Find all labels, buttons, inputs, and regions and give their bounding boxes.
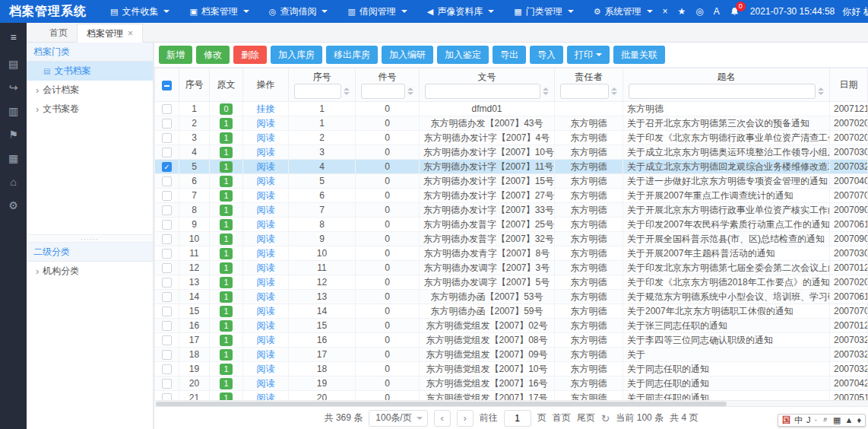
- row-checkbox[interactable]: [162, 292, 172, 302]
- row-checkbox[interactable]: [162, 119, 172, 129]
- ime-icon[interactable]: 〃: [821, 416, 829, 424]
- row-checkbox[interactable]: [162, 364, 172, 374]
- table-row[interactable]: 61阅读50东方明德办发计字【2007】15号东方明德关于进一步做好北京东方明德…: [155, 174, 868, 189]
- table-row[interactable]: 141阅读130东方明德办函【2007】53号东方明德关于规范东方明德系统中小型…: [155, 290, 868, 304]
- filter-input-piece[interactable]: [361, 84, 405, 99]
- row-checkbox[interactable]: [162, 191, 172, 201]
- nav-menu[interactable]: ◎查询借阅: [259, 0, 338, 23]
- select-all-checkbox[interactable]: [162, 81, 172, 91]
- sort-toggle[interactable]: [818, 87, 824, 95]
- action-link[interactable]: 阅读: [257, 378, 275, 389]
- fullscreen-icon[interactable]: ×: [663, 6, 668, 17]
- tree-item[interactable]: ›文书案卷: [27, 100, 153, 119]
- action-link[interactable]: 阅读: [257, 132, 275, 143]
- action-link[interactable]: 阅读: [257, 277, 275, 288]
- filter-input-owner[interactable]: [560, 84, 609, 99]
- action-link[interactable]: 阅读: [257, 335, 275, 345]
- action-link[interactable]: 阅读: [257, 190, 275, 201]
- row-checkbox[interactable]: [162, 350, 172, 360]
- action-link[interactable]: 阅读: [257, 392, 275, 401]
- table-row[interactable]: 31阅读20东方明德办发计字【2007】4号东方明德关于印发《北京东方明德行政事…: [155, 131, 868, 145]
- last-page-link[interactable]: 尾页: [577, 412, 595, 424]
- scrollbar-thumb[interactable]: [156, 402, 727, 406]
- ime-icon[interactable]: ▲: [844, 416, 853, 424]
- help-icon[interactable]: ◎: [695, 6, 703, 17]
- ime-icon[interactable]: 国: [782, 416, 790, 424]
- action-link[interactable]: 阅读: [257, 291, 275, 302]
- toolbar-button[interactable]: 导入: [530, 46, 563, 64]
- row-checkbox[interactable]: [162, 148, 172, 157]
- tab-home[interactable]: 首页: [40, 23, 77, 42]
- toolbar-button[interactable]: 加入鉴定: [437, 46, 489, 64]
- table-row[interactable]: 201阅读190东方明德党组发【2007】16号东方明德关于同志任职的通知200…: [155, 377, 868, 391]
- action-link[interactable]: 阅读: [257, 349, 275, 360]
- toolbar-button[interactable]: 移出库房: [326, 46, 378, 64]
- action-link[interactable]: 阅读: [257, 176, 275, 186]
- table-row[interactable]: 111阅读100东方明德办发青字【2007】8号东方明德关于开展2007年主题科…: [155, 246, 868, 261]
- nav-menu[interactable]: ⚙系统管理: [584, 0, 663, 23]
- table-row[interactable]: 121阅读110东方明德办发调字【2007】3号东方明德关于印发北京东方明德第七…: [155, 261, 868, 275]
- bookmark-icon[interactable]: ⚑: [5, 126, 23, 143]
- filter-input-no[interactable]: [294, 84, 341, 99]
- bank-icon[interactable]: ⌂: [5, 173, 23, 190]
- action-link[interactable]: 阅读: [257, 320, 275, 331]
- nav-menu[interactable]: ▥借阅管理: [337, 0, 417, 23]
- table-row[interactable]: 101阅读90东方明德办发普字【2007】32号东方明德关于开展全国科普示范县(…: [155, 232, 868, 246]
- gear-icon[interactable]: ⚙: [5, 197, 23, 214]
- action-link[interactable]: 阅读: [257, 234, 275, 244]
- prev-page-button[interactable]: ‹: [434, 410, 451, 427]
- ime-toolbar[interactable]: 国中J·〃▦▲♦: [778, 414, 866, 427]
- toolbar-button[interactable]: 加入编研: [382, 46, 433, 64]
- action-link[interactable]: 阅读: [257, 161, 275, 172]
- action-link[interactable]: 阅读: [257, 118, 275, 129]
- tree-item[interactable]: ›机构分类: [27, 262, 153, 281]
- table-row[interactable]: 10挂接10dfmd01东方明德2007121: [155, 102, 868, 116]
- row-checkbox[interactable]: [162, 133, 172, 143]
- tree-item[interactable]: ›会计档案: [27, 81, 153, 100]
- close-icon[interactable]: ×: [128, 24, 133, 43]
- table-row[interactable]: 21阅读10东方明德办发【2007】43号东方明德关于召开北京东方明德第三次会议…: [155, 116, 868, 131]
- bell-icon[interactable]: 0: [730, 7, 740, 17]
- sort-toggle[interactable]: [344, 87, 350, 95]
- table-row[interactable]: 191阅读180东方明德党组发【2007】10号东方明德关于同志任职的通知200…: [155, 362, 868, 377]
- row-checkbox[interactable]: [162, 393, 172, 400]
- row-checkbox[interactable]: [162, 205, 172, 215]
- row-checkbox[interactable]: ✓: [162, 162, 172, 172]
- book-icon[interactable]: ▥: [5, 103, 23, 119]
- file-icon[interactable]: ▤: [5, 56, 23, 72]
- next-page-button[interactable]: ›: [457, 410, 474, 427]
- row-checkbox[interactable]: [162, 104, 172, 114]
- sort-toggle[interactable]: [543, 87, 549, 95]
- action-link[interactable]: 阅读: [257, 147, 275, 157]
- splitter-handle[interactable]: ······: [27, 234, 153, 243]
- nav-menu[interactable]: ▦门类管理: [504, 0, 583, 23]
- table-row[interactable]: ✓51阅读40东方明德办发计字【2007】11号东方明德关于成立北京东方明德回龙…: [155, 160, 868, 174]
- row-checkbox[interactable]: [162, 335, 172, 345]
- sort-toggle[interactable]: [611, 87, 617, 95]
- font-size-icon[interactable]: A: [714, 6, 720, 17]
- action-link[interactable]: 阅读: [257, 364, 275, 374]
- action-link[interactable]: 挂接: [257, 103, 275, 114]
- nav-menu[interactable]: ◀声像资料库: [417, 0, 504, 23]
- action-link[interactable]: 阅读: [257, 306, 275, 316]
- row-checkbox[interactable]: [162, 249, 172, 259]
- export-icon[interactable]: ↪: [5, 79, 23, 96]
- toolbar-button[interactable]: 新增: [159, 46, 192, 64]
- action-link[interactable]: 阅读: [257, 262, 275, 273]
- table-row[interactable]: 131阅读120东方明德办发调字【2007】5号东方明德关于印发《北京东方明德2…: [155, 275, 868, 290]
- action-link[interactable]: 阅读: [257, 248, 275, 259]
- ime-icon[interactable]: 中: [794, 416, 803, 424]
- row-checkbox[interactable]: [162, 176, 172, 186]
- toolbar-button[interactable]: 删除: [233, 46, 267, 64]
- row-checkbox[interactable]: [162, 278, 172, 288]
- table-row[interactable]: 81阅读70东方明德办发计字【2007】33号东方明德关于开展北京东方明德行政事…: [155, 203, 868, 218]
- toolbar-button[interactable]: 导出: [493, 46, 526, 64]
- row-checkbox[interactable]: [162, 263, 172, 273]
- star-icon[interactable]: ★: [678, 6, 686, 17]
- row-checkbox[interactable]: [162, 234, 172, 244]
- page-size-select[interactable]: 100条/页: [369, 410, 427, 427]
- filter-input-title[interactable]: [629, 84, 816, 99]
- tab-archive-management[interactable]: 档案管理 ×: [77, 24, 143, 43]
- grid-icon[interactable]: ▦: [5, 150, 23, 167]
- nav-menu[interactable]: ▤文件收集: [100, 0, 179, 23]
